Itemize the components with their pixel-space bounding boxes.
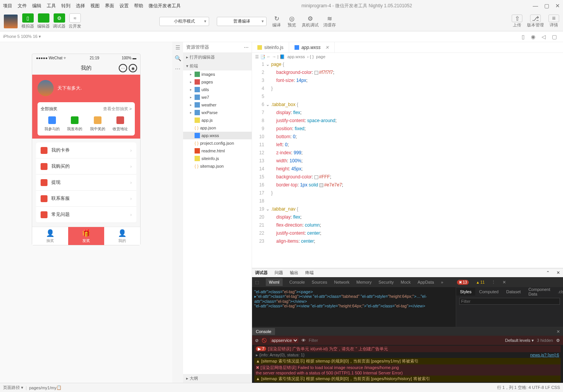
tree-node[interactable]: app.wxss	[183, 132, 252, 139]
tree-node[interactable]: readme.html	[183, 147, 252, 155]
console-filter-input[interactable]	[309, 338, 502, 343]
tree-node[interactable]: ▸images	[183, 70, 252, 78]
lottery-item[interactable]: 我中奖的	[90, 116, 105, 132]
warn-count-badge[interactable]: ▲ 11	[476, 280, 484, 284]
log-levels-select[interactable]: Default levels ▾	[505, 338, 534, 343]
settings-icon[interactable]: ⋮	[491, 280, 496, 285]
menu-item[interactable]: 视图	[90, 3, 100, 9]
tree-node[interactable]: siteinfo.js	[183, 155, 252, 162]
page-path-label[interactable]: 页面路径 ▾	[3, 385, 23, 390]
menu-item[interactable]: 项目	[3, 3, 12, 9]
mode-select[interactable]: 小程序模式	[159, 17, 209, 26]
more-tabs-icon[interactable]: »	[441, 280, 443, 284]
device-select[interactable]: iPhone 5 100% 16 ▾	[3, 34, 41, 39]
chevron-up-icon[interactable]: ⌃	[546, 270, 550, 275]
tree-node[interactable]: ▸weather	[183, 101, 252, 109]
close-icon[interactable]: ✕	[555, 3, 560, 9]
back-icon[interactable]: ◁	[542, 34, 546, 40]
toolbar-btn-0[interactable]: ▯模拟器	[21, 13, 34, 29]
menu-row[interactable]: 我购买的›	[36, 158, 136, 175]
devtools-tab[interactable]: AppData	[417, 280, 434, 284]
toolbar-btn-2[interactable]: ⚙调试器	[53, 13, 65, 29]
menu-item[interactable]: 工具	[47, 3, 56, 9]
toolbar-far-action[interactable]: ≡详情	[548, 15, 559, 28]
capsule-more-icon[interactable]: ⋯	[119, 64, 127, 72]
cls-toggle[interactable]: .cls	[554, 288, 563, 296]
page-path[interactable]: pages/my1/my	[29, 385, 57, 390]
debugger-tab[interactable]: 终端	[305, 270, 314, 276]
tab-item[interactable]: 🎁发奖	[68, 227, 104, 245]
menu-item[interactable]: 选择	[76, 3, 85, 9]
project-root[interactable]: ▾ 前端	[183, 62, 252, 70]
tree-node[interactable]: app.js	[183, 116, 252, 124]
tree-node[interactable]: ▸we7	[183, 93, 252, 101]
toolbar-far-action[interactable]: ⇧上传	[512, 15, 522, 28]
console-stop-icon[interactable]: ⊘	[255, 338, 259, 343]
tree-node[interactable]: { }app.json	[183, 124, 252, 132]
context-select[interactable]: appservice	[270, 338, 298, 343]
lottery-item[interactable]: 我发布的	[67, 116, 82, 132]
menu-item[interactable]: 编辑	[32, 3, 41, 9]
editor-tab[interactable]: app.wxss✕	[289, 42, 335, 52]
console-close-icon[interactable]: ✕	[553, 329, 563, 334]
compile-select[interactable]: 普通编译	[217, 17, 267, 26]
console-clear-icon[interactable]: 🚫	[262, 338, 267, 343]
toolbar-action[interactable]: ⚙真机调试	[302, 15, 319, 28]
menu-item[interactable]: 界面	[105, 3, 114, 9]
styles-tab[interactable]: Computed	[475, 288, 502, 296]
debugger-tab[interactable]: 输出	[290, 270, 298, 276]
menu-item[interactable]: 转到	[61, 3, 70, 9]
open-editors-section[interactable]: ▸ 打开的编辑器	[183, 53, 252, 62]
toolbar-far-action[interactable]: ⎇版本管理	[527, 15, 544, 28]
explorer-more-icon[interactable]: ⋯	[244, 45, 249, 50]
toolbar-action[interactable]: ↻编译	[271, 15, 282, 28]
minimize-icon[interactable]: ―	[533, 3, 538, 9]
toolbar-action[interactable]: ◎预览	[286, 15, 297, 28]
close-icon[interactable]: ✕	[556, 270, 560, 275]
menu-row[interactable]: 联系客服›	[36, 191, 136, 207]
device-icon[interactable]: ▯	[522, 34, 525, 40]
styles-tab[interactable]: Styles	[456, 288, 475, 296]
devtools-tab[interactable]: Wxml	[266, 278, 283, 286]
styles-tab[interactable]: Component Data	[525, 286, 554, 298]
more-icon[interactable]: ⋯	[175, 66, 180, 72]
debugger-tab[interactable]: 调试器	[255, 270, 268, 276]
menu-item[interactable]: 设置	[119, 3, 129, 9]
eye-icon[interactable]: 👁	[301, 338, 306, 343]
toolbar-action[interactable]: ≋清缓存	[323, 15, 336, 28]
menu-item[interactable]: 微信开发者工具	[149, 3, 181, 9]
devtools-tab[interactable]: Network	[334, 280, 349, 284]
toolbar-btn-3[interactable]: ≈云开发	[69, 13, 81, 29]
search-icon[interactable]: 🔍	[175, 55, 181, 61]
console-tab[interactable]: Console	[252, 328, 275, 335]
tree-node[interactable]: ▸wxParse	[183, 109, 252, 116]
editor-tab[interactable]: siteinfo.js	[252, 42, 289, 52]
devtools-tab[interactable]: Sources	[312, 280, 327, 284]
devtools-tab[interactable]: Mock	[401, 280, 411, 284]
lottery-item[interactable]: 我参与的	[44, 116, 60, 132]
error-count-badge[interactable]: ✖ 13	[457, 280, 469, 285]
capsule-close-icon[interactable]: ◉	[129, 64, 137, 72]
lottery-viewall[interactable]: 查看全部抽奖 >	[103, 106, 132, 112]
cursor-position[interactable]: 行 1，列 1 空格: 4 UTF-8 LF CSS	[497, 385, 560, 390]
toolbar-btn-1[interactable]: 编辑器	[37, 13, 50, 29]
code-editor[interactable]: 1page {2 background-color: #f7f7f7;3 fon…	[252, 60, 563, 268]
styles-tab[interactable]: Dataset	[502, 288, 525, 296]
devtools-tab[interactable]: Memory	[357, 280, 372, 284]
home-icon[interactable]: ▢	[552, 34, 557, 40]
styles-filter-input[interactable]	[459, 298, 560, 305]
tree-node[interactable]: { }project.config.json	[183, 139, 252, 147]
menu-item[interactable]: 帮助	[134, 3, 143, 9]
list-icon[interactable]: ☰	[175, 44, 180, 51]
elements-tree[interactable]: "el-attr">class="el-tag"><page>▸"el-attr…	[252, 287, 456, 327]
tab-item[interactable]: 👤抽奖	[32, 227, 68, 245]
maximize-icon[interactable]: ▢	[544, 3, 549, 9]
tree-node[interactable]: ▸pages	[183, 78, 252, 86]
devtools-close-icon[interactable]: ✕	[502, 280, 506, 285]
breadcrumb[interactable]: ☰ 📑 ← → | 📘 app.wxss › { } page	[252, 53, 563, 60]
devtools-tab[interactable]: Console	[290, 280, 305, 284]
devtools-tab[interactable]: Security	[378, 280, 394, 284]
menu-row[interactable]: 我的卡券›	[36, 142, 136, 158]
menu-row[interactable]: 常见问题›	[36, 207, 136, 223]
inspect-icon[interactable]: ⬚	[255, 280, 259, 285]
